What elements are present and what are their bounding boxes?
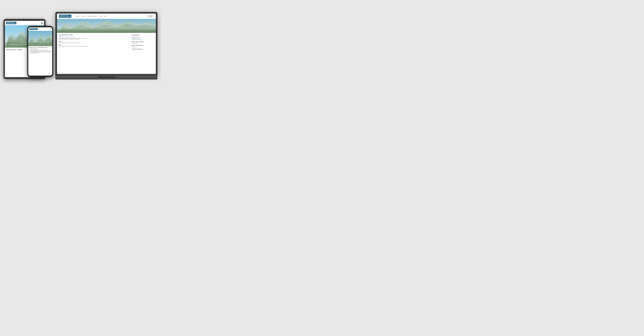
laptop-main-content: y 13 – Monday March 24, 2025 n period at… [59,34,130,72]
laptop-sidebar-questions: Got questions? Yogesh Kumbargeri Confere… [132,34,154,40]
laptop-date-item-3: 2025 Conference Check-In and Evening Wel… [59,44,130,47]
laptop-nav-links: Program Location Sponsors & Exhibitors D… [76,16,147,17]
laptop-screen: PETERSEN ASPHALT RESEARCH CONFERENCE Pro… [57,14,156,74]
phone-bullet-1: Abstract submission period [29,49,51,50]
laptop-hero-text: Important Dates Looking ahead, here are … [89,24,124,28]
phone-device: PETERSEN ASPHALT RESEARCH CONFERENCE [27,26,53,77]
laptop-date-2-desc: s to be notified regarding acceptance/re… [59,42,130,44]
laptop-date-item-2: , 2025 s to be notified regarding accept… [59,41,130,44]
laptop-sidebar-attend: Want to attend PARC? Register now > [132,45,154,47]
laptop-date-1-heading: y 13 – Monday March 24, 2025 [59,34,130,35]
laptop-date-1-link: ation format: 1.Lectern/Poster 2.Poster … [59,37,130,38]
laptop-hero-title: Important Dates [89,24,124,26]
laptop-contact-name[interactable]: Yogesh Kumbargeri [132,36,154,37]
phone-body: PETERSEN ASPHALT RESEARCH CONFERENCE [27,26,53,77]
laptop-date-1-line1: n period [59,36,130,37]
phone-logo: PETERSEN ASPHALT RESEARCH CONFERENCE [29,28,38,30]
laptop-nav: PETERSEN ASPHALT RESEARCH CONFERENCE Pro… [57,14,156,19]
laptop-date-3-desc: Conference Check-In and Evening Welcome … [59,46,130,47]
tablet-menu-icon[interactable] [41,22,43,24]
phone-screen: PETERSEN ASPHALT RESEARCH CONFERENCE [28,27,52,76]
scene: PETERSEN ASPHALT RESEARCH CONFERENCE [4,2,158,82]
phone-hero-title: Important Dates [28,41,52,42]
laptop-speak-title: Want to speak at PARC? [132,41,154,42]
phone-nav: PETERSEN ASPHALT RESEARCH CONFERENCE [28,27,52,31]
laptop-base [55,76,158,80]
laptop-sidebar-speak: Want to speak at PARC? Submit an abstrac… [132,41,154,44]
laptop-date-1-desc: s will be asked for their preference. Pl… [59,38,130,40]
laptop-attend-title: Want to attend PARC? [132,45,154,46]
laptop-sponsors-title: Thank you Sponsors & [132,48,154,50]
phone-hero-subtitle: Looking ahead, here are some dates to ke… [28,42,52,44]
laptop-logo: PETERSEN ASPHALT RESEARCH CONFERENCE [59,14,72,18]
laptop-body: PETERSEN ASPHALT RESEARCH CONFERENCE Pro… [55,12,158,76]
laptop-content: y 13 – Monday March 24, 2025 n period at… [57,33,156,74]
svg-rect-12 [57,30,156,33]
phone-bullet-2: Options for presentation format: 1.Lecte… [29,50,51,50]
nav-program[interactable]: Program [76,16,80,17]
laptop-contact-email[interactable]: email ykumbarg@uwyo.edu [132,39,154,40]
laptop-date-3-heading: 2025 [59,44,130,46]
tablet-logo: PETERSEN ASPHALT RESEARCH CONFERENCE [6,22,16,24]
phone-hero-text: Important Dates Looking ahead, here are … [28,41,52,44]
laptop-date-2-heading: , 2025 [59,41,130,42]
nav-sponsors[interactable]: Sponsors & Exhibitors [88,16,97,17]
laptop-contact-phone: phone 1.307.721.2203 [132,38,154,39]
tablet-nav: PETERSEN ASPHALT RESEARCH CONFERENCE [5,21,44,25]
laptop-date-item-1: y 13 – Monday March 24, 2025 n period at… [59,34,130,40]
laptop-register-link[interactable]: Register now > [132,46,154,47]
laptop-device: PETERSEN ASPHALT RESEARCH CONFERENCE Pro… [55,12,158,80]
laptop-register-button[interactable]: Register [147,15,154,17]
phone-bullet-3: Abstract submitters will be asked for th… [29,51,51,53]
phone-date-heading: Monday January 13 – Monday March 24, 202… [29,47,51,48]
phone-hero: Important Dates Looking ahead, here are … [28,31,52,46]
laptop-hero-subtitle: Looking ahead, here are some dates to ke… [89,26,124,28]
laptop-submit-link[interactable]: Submit an abstract > [132,43,154,44]
laptop-hero: Important Dates Looking ahead, here are … [57,19,156,33]
phone-content: Monday January 13 – Monday March 24, 202… [28,46,52,54]
phone-menu-icon[interactable] [50,28,51,30]
laptop-sidebar-sponsors: Thank you Sponsors & [132,48,154,50]
laptop-questions-title: Got questions? [132,34,154,36]
nav-location[interactable]: Location [82,16,85,17]
laptop-contact-title: Conference Director [132,37,154,38]
laptop-sidebar: Got questions? Yogesh Kumbargeri Confere… [132,34,154,72]
nav-wri[interactable]: WRI [104,16,106,17]
nav-dates[interactable]: Dates [100,16,102,17]
